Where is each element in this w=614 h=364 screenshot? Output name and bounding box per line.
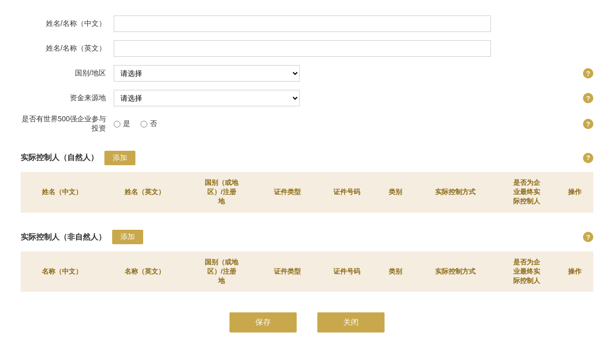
radio-no-label[interactable]: 否 <box>141 119 157 129</box>
col2-control-method: 实际控制方式 <box>414 251 497 292</box>
col1-cert-type: 证件类型 <box>257 172 317 213</box>
section1-table: 姓名（中文） 姓名（英文） 国别（或地区）/注册地 证件类型 证件号码 类别 实… <box>21 172 593 213</box>
name-cn-input[interactable] <box>114 15 491 32</box>
name-en-input[interactable] <box>114 40 491 57</box>
name-en-label: 姓名/名称（英文） <box>21 44 114 53</box>
name-cn-label: 姓名/名称（中文） <box>21 19 114 28</box>
col1-cert-no: 证件号码 <box>317 172 377 213</box>
section1-help-icon[interactable]: ? <box>583 153 593 163</box>
section1-add-button[interactable]: 添加 <box>104 151 135 165</box>
save-button[interactable]: 保存 <box>229 312 297 333</box>
section2-add-button[interactable]: 添加 <box>112 230 143 244</box>
fund-source-select[interactable]: 请选择 <box>114 90 300 106</box>
fortune500-label: 是否有世界500强企业参与投资 <box>21 115 114 133</box>
col2-cert-type: 证件类型 <box>257 251 317 292</box>
section1-natural-person: 实际控制人（自然人） 添加 ? 姓名（中文） 姓名（英文） 国别（或地区）/注册… <box>21 144 593 213</box>
col1-country: 国别（或地区）/注册地 <box>186 172 257 213</box>
section2-table: 名称（中文） 名称（英文） 国别（或地区）/注册地 证件类型 证件号码 类别 实… <box>21 251 593 292</box>
radio-no-text: 否 <box>150 119 157 129</box>
country-label: 国别/地区 <box>21 69 114 78</box>
col1-category: 类别 <box>377 172 413 213</box>
fund-source-help-icon[interactable]: ? <box>583 93 593 103</box>
col2-name-cn: 名称（中文） <box>21 251 103 292</box>
col2-country: 国别（或地区）/注册地 <box>186 251 257 292</box>
col1-operation: 操作 <box>556 172 593 213</box>
radio-yes-text: 是 <box>123 119 130 129</box>
col1-name-cn: 姓名（中文） <box>21 172 103 213</box>
footer-buttons: 保存 关闭 <box>21 312 593 348</box>
fortune500-help-icon[interactable]: ? <box>583 119 593 129</box>
section2-title: 实际控制人（非自然人） <box>21 227 106 247</box>
close-button[interactable]: 关闭 <box>317 312 385 333</box>
section1-title: 实际控制人（自然人） <box>21 148 98 168</box>
col2-cert-no: 证件号码 <box>317 251 377 292</box>
country-help-icon[interactable]: ? <box>583 68 593 78</box>
col2-operation: 操作 <box>556 251 593 292</box>
col1-control-method: 实际控制方式 <box>414 172 497 213</box>
fund-source-label: 资金来源地 <box>21 93 114 103</box>
col2-name-en: 名称（英文） <box>103 251 186 292</box>
section2-help-icon[interactable]: ? <box>583 232 593 242</box>
fortune500-radio-group: 是 否 <box>114 119 157 129</box>
country-select[interactable]: 请选择 <box>114 65 300 82</box>
section2-non-natural-person: 实际控制人（非自然人） 添加 ? 名称（中文） 名称（英文） 国别（或地区）/注… <box>21 223 593 292</box>
col2-is-ultimate: 是否为企业最终实际控制人 <box>497 251 557 292</box>
radio-no[interactable] <box>141 121 147 128</box>
radio-yes[interactable] <box>114 121 120 128</box>
radio-yes-label[interactable]: 是 <box>114 119 130 129</box>
col1-is-ultimate: 是否为企业最终实际控制人 <box>497 172 557 213</box>
col2-category: 类别 <box>377 251 413 292</box>
col1-name-en: 姓名（英文） <box>103 172 186 213</box>
